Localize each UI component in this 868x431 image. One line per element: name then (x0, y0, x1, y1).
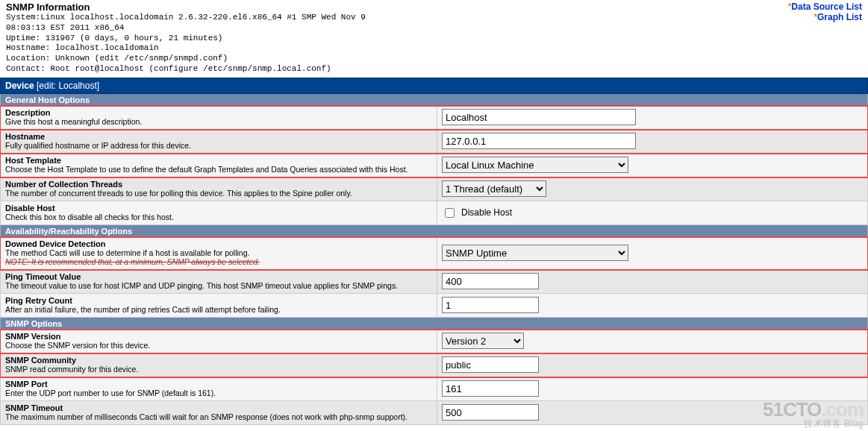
row-snmp-community: SNMP CommunitySNMP read community for th… (0, 353, 868, 377)
data-source-list-link[interactable]: Data Source List (791, 1, 862, 12)
snmp-contact: Contact: Root root@localhost (configure … (6, 64, 782, 75)
section-availability: Availability/Reachability Options (0, 225, 868, 237)
row-snmp-version: SNMP VersionChoose the SNMP version for … (0, 330, 868, 353)
snmp-location: Location: Unknown (edit /etc/snmp/snmpd.… (6, 54, 782, 64)
row-description: DescriptionGive this host a meaningful d… (0, 106, 868, 130)
disable-host-checkbox[interactable] (445, 208, 455, 218)
snmp-timeout-input[interactable] (442, 404, 539, 421)
device-bar: Device [edit: Localhost] (0, 78, 868, 94)
snmp-system-2: 08:03:13 EST 2011 x86_64 (6, 23, 782, 34)
row-snmp-port: SNMP PortEnter the UDP port number to us… (0, 377, 868, 401)
section-snmp: SNMP Options (0, 318, 868, 330)
snmp-system-1: System:Linux localhost.localdomain 2.6.3… (6, 13, 782, 23)
description-input[interactable] (442, 109, 636, 125)
threads-select[interactable]: 1 Thread (default) (442, 180, 546, 197)
row-disable: Disable HostCheck this box to disable al… (0, 201, 868, 225)
row-ping-retry: Ping Retry CountAfter an initial failure… (0, 294, 868, 318)
row-ping-timeout: Ping Timeout ValueThe timeout value to u… (0, 270, 868, 294)
row-host-template: Host TemplateChoose the Host Template to… (0, 154, 868, 177)
snmp-port-input[interactable] (442, 380, 539, 397)
snmp-title: SNMP Information (6, 1, 782, 13)
ping-timeout-input[interactable] (442, 273, 539, 289)
row-snmp-timeout: SNMP TimeoutThe maximum number of millis… (0, 401, 868, 425)
top-links: *Data Source List *Graph List (788, 0, 868, 78)
disable-host-cb-label: Disable Host (461, 207, 512, 218)
row-downed-detection: Downed Device Detection The method Cacti… (0, 237, 868, 270)
snmp-community-input[interactable] (442, 356, 539, 373)
row-threads: Number of Collection ThreadsThe number o… (0, 177, 868, 201)
snmp-version-select[interactable]: Version 2 (442, 333, 524, 349)
ping-retry-input[interactable] (442, 297, 539, 313)
host-template-select[interactable]: Local Linux Machine (442, 157, 628, 173)
row-hostname: HostnameFully qualified hostname or IP a… (0, 130, 868, 154)
section-general: General Host Options (0, 94, 868, 106)
downed-detection-select[interactable]: SNMP Uptime (442, 245, 628, 261)
snmp-hostname: Hostname: localhost.localdomain (6, 43, 782, 54)
snmp-uptime: Uptime: 131967 (0 days, 0 hours, 21 minu… (6, 34, 782, 44)
graph-list-link[interactable]: Graph List (817, 12, 862, 22)
snmp-information: SNMP Information System:Linux localhost.… (0, 0, 788, 78)
hostname-input[interactable] (442, 133, 636, 149)
